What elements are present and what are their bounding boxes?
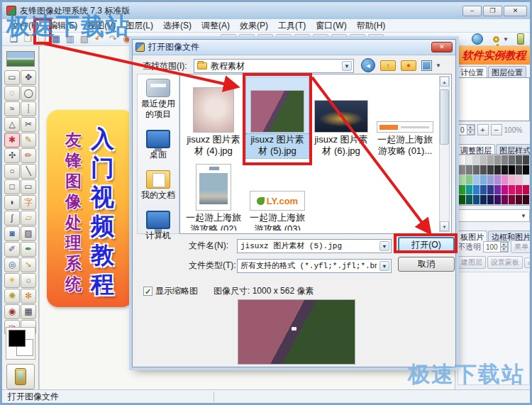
color-swatch[interactable] — [466, 175, 472, 184]
color-swatch[interactable] — [516, 185, 522, 194]
file-item[interactable]: jisuxz 图片素材 (4).jpg — [182, 77, 245, 158]
menu-item-tools[interactable]: 工具(T) — [273, 20, 311, 32]
zoom-out-button[interactable]: − — [491, 124, 502, 135]
color-swatch[interactable] — [473, 175, 480, 184]
foreground-color-swatch[interactable] — [9, 330, 26, 347]
color-swatch[interactable] — [523, 165, 529, 174]
eyedropper-tool[interactable]: ✐ — [4, 242, 20, 257]
file-item[interactable]: LY.com一起游上海旅游攻略 (03) — [245, 164, 309, 231]
save-as-icon[interactable]: ▥ — [63, 33, 77, 45]
circle-select-tool[interactable]: ◯ — [21, 86, 36, 101]
color-swatch[interactable] — [466, 165, 472, 174]
fill-tool[interactable]: ◙ — [4, 226, 20, 241]
polygon-select-tool[interactable]: △ — [4, 117, 20, 132]
curve-tool[interactable]: ∫ — [4, 211, 20, 226]
dropdown-caret-icon[interactable]: ▼ — [342, 61, 352, 71]
red-eye-tool[interactable]: ◉ — [4, 304, 20, 319]
ellipse-draw-tool[interactable]: ○ — [4, 164, 20, 179]
file-item[interactable]: jisuxz 图片素材 (5).jpg — [245, 77, 309, 158]
look-in-dropdown[interactable]: 教程素材 ▼ — [194, 59, 354, 73]
shape-select-tool[interactable]: ✣ — [4, 148, 20, 163]
color-swatch[interactable] — [459, 165, 465, 174]
menu-item-layer[interactable]: 图层(L) — [121, 20, 158, 32]
rounded-rect-tool[interactable]: ▭ — [21, 179, 36, 194]
web-sphere-icon[interactable] — [472, 33, 483, 45]
zoom-in-button[interactable]: + — [477, 124, 489, 135]
minimize-button[interactable]: ‒ — [462, 6, 482, 16]
lasso-tool[interactable]: ≈ — [4, 101, 20, 116]
dialog-close-button[interactable]: ✕ — [431, 42, 453, 52]
pda-tool-button[interactable] — [6, 364, 35, 389]
copy-icon[interactable]: ▧ — [77, 33, 92, 45]
spin-up-icon[interactable]: ▲ — [467, 125, 475, 130]
ellipse-select-tool[interactable]: ◌ — [4, 86, 20, 101]
darken-tool[interactable]: ☼ — [21, 273, 36, 288]
scrollbar-thumb[interactable] — [440, 89, 449, 145]
menu-item-help[interactable]: 帮助(H) — [352, 20, 391, 32]
new-file-icon[interactable]: ❏ — [6, 33, 21, 45]
smudge-tool[interactable]: ➘ — [21, 257, 36, 272]
color-swatch[interactable] — [523, 185, 529, 194]
views-menu-button[interactable]: ▼ — [421, 60, 450, 71]
color-swatch[interactable] — [516, 155, 522, 165]
color-swatch[interactable] — [501, 185, 508, 194]
menu-item-select[interactable]: 选择(S) — [158, 20, 196, 32]
open-folder-icon[interactable]: ❒ — [35, 33, 49, 45]
color-swatch[interactable] — [501, 195, 508, 204]
menu-item-adjust[interactable]: 调整(A) — [196, 20, 235, 32]
rect-select-tool[interactable]: ▭ — [4, 70, 20, 85]
gradient-tool[interactable]: ▨ — [21, 226, 36, 241]
color-swatch[interactable] — [494, 165, 501, 174]
color-swatch[interactable] — [494, 155, 501, 165]
color-swatch[interactable] — [480, 185, 487, 194]
color-swatch[interactable] — [487, 155, 494, 165]
place-computer[interactable]: 计算机 — [145, 211, 171, 241]
menu-item-edit[interactable]: 编辑(E) — [44, 20, 82, 32]
color-swatch[interactable] — [487, 185, 494, 194]
color-swatch[interactable] — [466, 155, 472, 165]
sharpen-tool[interactable]: ✺ — [4, 289, 20, 304]
eraser-tool[interactable]: ▱ — [21, 211, 36, 226]
color-swatch[interactable] — [480, 165, 487, 174]
palette-preset-dropdown[interactable]: ▼ — [458, 209, 530, 222]
color-swatch[interactable] — [509, 185, 515, 194]
file-item[interactable]: 一起游上海旅游攻略 (02) — [182, 164, 245, 231]
line-tool[interactable]: ╲ — [21, 164, 36, 179]
color-swatch[interactable] — [459, 175, 465, 184]
blur-tool[interactable]: ✻ — [21, 289, 36, 304]
close-button[interactable]: ✕ — [504, 6, 527, 16]
back-button[interactable]: ◂ — [361, 58, 375, 72]
color-swatch[interactable] — [487, 165, 494, 174]
place-recent[interactable]: 最近使用的项目 — [138, 79, 179, 120]
file-item[interactable]: jisuxz 图片素材 (6).jpg — [309, 77, 373, 158]
battery-icon[interactable] — [517, 33, 524, 45]
pencil-tool[interactable]: ✏ — [21, 148, 36, 163]
color-swatch[interactable] — [501, 155, 508, 165]
color-swatch[interactable] — [473, 155, 480, 165]
pen-tool[interactable]: ✎ — [21, 133, 36, 148]
layer-menu-button[interactable]: 菜单 — [511, 240, 532, 253]
color-swatch[interactable] — [523, 175, 529, 184]
color-swatch[interactable] — [516, 165, 522, 174]
draw-pencil-tool[interactable]: ✒ — [21, 242, 36, 257]
key-icon[interactable] — [493, 36, 499, 43]
key-dropdown-caret-icon[interactable]: ▼ — [503, 36, 509, 43]
file-item[interactable]: 一起游上海旅游攻略 (01)... — [373, 77, 437, 158]
color-swatch[interactable] — [459, 185, 465, 194]
color-swatch[interactable] — [473, 195, 480, 204]
color-swatch[interactable] — [509, 175, 515, 184]
color-swatch[interactable] — [473, 165, 480, 174]
spin-up-icon[interactable]: ▲ — [500, 242, 508, 247]
color-swatch[interactable] — [501, 165, 508, 174]
color-swatch[interactable] — [466, 185, 472, 194]
move-tool[interactable]: ✥ — [21, 70, 36, 85]
show-thumbnails-checkbox[interactable]: ✓ — [143, 287, 153, 296]
open-button[interactable]: 打开(O) — [398, 237, 455, 252]
color-swatch[interactable] — [494, 185, 501, 194]
color-swatch[interactable] — [523, 195, 529, 204]
crop-tool[interactable]: ▦ — [21, 304, 36, 319]
color-swatch[interactable] — [494, 195, 501, 204]
up-one-level-button[interactable]: ↑ — [380, 60, 396, 71]
zoom-tool[interactable]: ◎ — [4, 257, 20, 272]
set-mask-button[interactable]: 设置蒙板 — [487, 256, 523, 269]
